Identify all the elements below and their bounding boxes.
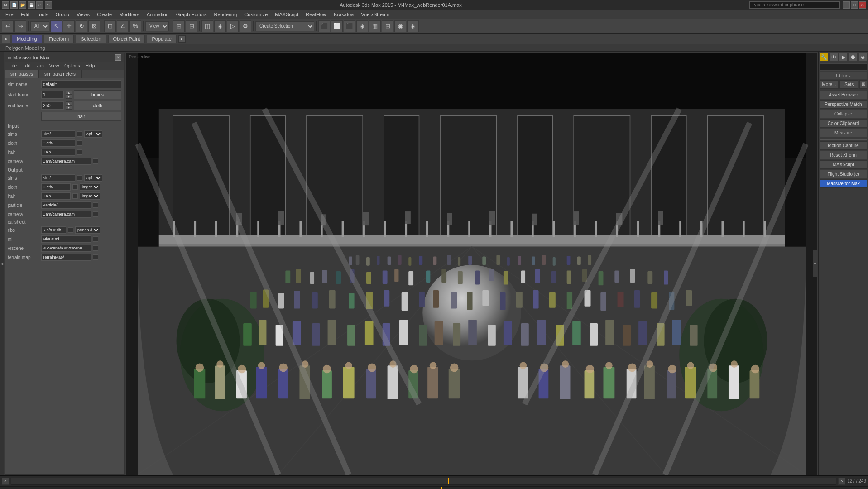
output-camera-path[interactable] <box>41 211 91 218</box>
input-camera-checkbox[interactable] <box>93 158 98 164</box>
output-hair-checkbox[interactable] <box>72 193 78 199</box>
terrain-map-path[interactable] <box>41 254 91 261</box>
viewport-bottom-arrow[interactable]: ▼ <box>813 250 817 277</box>
menu-edit[interactable]: Edit <box>17 11 33 18</box>
input-sims-format[interactable]: apf <box>84 130 102 138</box>
more-btn[interactable]: More... <box>820 80 839 89</box>
output-sims-format[interactable]: apf <box>84 174 102 182</box>
output-cloth-checkbox[interactable] <box>72 184 78 190</box>
display-icon[interactable]: 👁 <box>829 53 838 62</box>
end-frame-down[interactable]: ▼ <box>66 105 72 110</box>
menu-vue-xstream[interactable]: Vue xStream <box>357 11 393 18</box>
menu-rendering[interactable]: Rendering <box>211 11 241 18</box>
ribs-checkbox[interactable] <box>68 227 73 233</box>
hierarchy-icon[interactable]: ⊕ <box>858 53 867 62</box>
sim-name-input[interactable] <box>41 80 121 88</box>
hair-btn[interactable]: hair <box>41 112 121 121</box>
select-btn[interactable]: ↖ <box>50 20 62 32</box>
output-sims-path[interactable] <box>41 174 75 182</box>
extra-btn5[interactable]: ▦ <box>369 20 381 32</box>
vrscene-path[interactable] <box>41 244 91 252</box>
ribs-format[interactable]: prman dll <box>75 226 100 234</box>
percent-snap[interactable]: % <box>129 20 141 32</box>
menu-krakatoa[interactable]: Krakatoa <box>330 11 357 18</box>
maxscript-btn[interactable]: MAXScript <box>820 160 867 169</box>
extra-btn3[interactable]: ⬛ <box>344 20 355 32</box>
utilities-icon[interactable]: 🔧 <box>820 53 828 62</box>
massive-panel-close-btn[interactable]: ✕ <box>115 54 121 61</box>
panel-menu-view[interactable]: View <box>47 63 62 69</box>
angle-snap[interactable]: ∠ <box>117 20 129 32</box>
vrscene-checkbox[interactable] <box>93 245 98 251</box>
output-hair-path[interactable] <box>41 192 71 200</box>
output-hair-format[interactable]: imgeo <box>80 192 100 200</box>
close-btn[interactable]: ✕ <box>859 1 866 9</box>
start-frame-input[interactable] <box>41 91 64 99</box>
output-cloth-path[interactable] <box>41 183 71 191</box>
save-icon[interactable]: 💾 <box>28 1 35 9</box>
search-input[interactable] <box>749 1 840 9</box>
tab-sim-passes[interactable]: sim passes <box>5 70 39 78</box>
tab-populate[interactable]: Populate <box>147 35 176 43</box>
render-btn[interactable]: ▷ <box>227 20 239 32</box>
mi-checkbox[interactable] <box>93 236 98 242</box>
menu-customize[interactable]: Customize <box>240 11 271 18</box>
scale-btn[interactable]: ⊠ <box>88 20 100 32</box>
color-clipboard-btn[interactable]: Color Clipboard <box>820 119 867 128</box>
viewport-3d[interactable]: Perspective ▶ ▼ <box>126 53 817 475</box>
perspective-match-btn[interactable]: Perspective Match <box>820 100 867 109</box>
rotate-btn[interactable]: ↻ <box>76 20 87 32</box>
expand-panel-btn[interactable]: ▸ <box>2 35 10 43</box>
left-expand-toggle[interactable]: ◀ <box>0 52 4 475</box>
input-camera-path[interactable] <box>41 158 91 165</box>
panel-menu-options[interactable]: Options <box>62 63 82 69</box>
menu-file[interactable]: File <box>2 11 17 18</box>
menu-create[interactable]: Create <box>93 11 115 18</box>
panel-menu-run[interactable]: Run <box>33 63 46 69</box>
start-frame-down[interactable]: ▼ <box>66 95 72 99</box>
render-setup-btn[interactable]: ⚙ <box>240 20 251 32</box>
end-frame-up[interactable]: ▲ <box>66 101 72 105</box>
layer-btn[interactable]: ◫ <box>201 20 213 32</box>
output-camera-checkbox[interactable] <box>93 211 98 217</box>
output-particle-path[interactable] <box>41 201 91 209</box>
mirror-btn[interactable]: ⊟ <box>186 20 197 32</box>
panel-menu-edit[interactable]: Edit <box>19 63 33 69</box>
start-frame-spinner[interactable]: ▲ ▼ <box>66 91 72 99</box>
ribs-path[interactable] <box>41 226 66 234</box>
start-frame-up[interactable]: ▲ <box>66 91 72 95</box>
input-hair-path[interactable] <box>41 149 75 156</box>
view-dropdown[interactable]: View <box>145 21 169 31</box>
motion-capture-btn[interactable]: Motion Capture <box>820 141 867 150</box>
minimize-btn[interactable]: – <box>843 1 850 9</box>
redo-icon[interactable]: ↪ <box>45 1 52 9</box>
extra-btn2[interactable]: ⬜ <box>331 20 343 32</box>
output-particle-checkbox[interactable] <box>93 202 98 208</box>
input-cloth-checkbox[interactable] <box>77 140 82 146</box>
redo-btn[interactable]: ↪ <box>14 20 26 32</box>
more-tabs-btn[interactable]: ▸ <box>178 35 186 43</box>
end-frame-input[interactable] <box>41 101 64 110</box>
new-icon[interactable]: 📄 <box>10 1 18 9</box>
output-cloth-format[interactable]: imgeo <box>80 183 100 191</box>
extra-btn8[interactable]: ◈ <box>407 20 419 32</box>
panel-menu-file[interactable]: File <box>7 63 19 69</box>
reset-xform-btn[interactable]: Reset XForm <box>820 151 867 159</box>
frame-ruler[interactable]: 0102030405060708090100110120130140150160… <box>0 486 868 489</box>
snap-toggle[interactable]: ⊡ <box>104 20 116 32</box>
mi-path[interactable] <box>41 235 91 243</box>
menu-realflow[interactable]: RealFlow <box>302 11 330 18</box>
input-sims-checkbox[interactable] <box>77 131 82 137</box>
undo-icon[interactable]: ↩ <box>36 1 43 9</box>
material-btn[interactable]: ◈ <box>214 20 226 32</box>
tab-sim-parameters[interactable]: sim parameters <box>39 70 82 78</box>
menu-views[interactable]: Views <box>73 11 93 18</box>
extra-btn6[interactable]: ⊞ <box>382 20 393 32</box>
menu-group[interactable]: Group <box>52 11 73 18</box>
terrain-map-checkbox[interactable] <box>93 254 98 260</box>
sets-btn[interactable]: Sets <box>839 80 858 89</box>
align-btn[interactable]: ⊞ <box>173 20 185 32</box>
move-btn[interactable]: ✛ <box>63 20 75 32</box>
menu-modifiers[interactable]: Modifiers <box>115 11 143 18</box>
extra-btn7[interactable]: ◉ <box>394 20 406 32</box>
